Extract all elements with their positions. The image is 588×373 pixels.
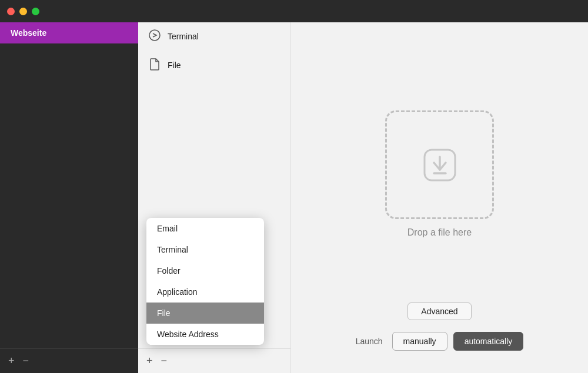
svg-point-0 (149, 30, 160, 41)
launch-manually-button[interactable]: manually (392, 332, 447, 351)
middle-item-terminal[interactable]: Terminal (138, 22, 290, 51)
middle-panel: Terminal File Email Terminal Folder (138, 22, 291, 373)
middle-remove-button[interactable]: − (161, 355, 168, 367)
dropdown-item-email[interactable]: Email (146, 218, 264, 239)
middle-item-terminal-label: Terminal (168, 32, 199, 41)
launch-row: Launch manually automatically (356, 332, 524, 351)
main-layout: Webseite + − Terminal File (0, 22, 588, 373)
sidebar-item-label: Webseite (11, 28, 46, 38)
sidebar-footer: + − (0, 348, 138, 373)
maximize-button[interactable] (32, 8, 39, 15)
dropdown-item-application[interactable]: Application (146, 281, 264, 303)
dropdown-item-file[interactable]: File (146, 303, 264, 324)
launch-automatically-button[interactable]: automatically (453, 332, 524, 351)
middle-item-file[interactable]: File (138, 51, 290, 80)
dropdown-menu: Email Terminal Folder Application File W… (146, 218, 264, 345)
titlebar (0, 0, 588, 22)
terminal-icon (149, 29, 161, 43)
sidebar: Webseite + − (0, 22, 138, 373)
minimize-button[interactable] (19, 8, 27, 15)
content-area: Drop a file here Advanced Launch manuall… (291, 22, 588, 373)
dropdown-item-website-address[interactable]: Website Address (146, 324, 264, 345)
middle-footer: + − (138, 348, 290, 373)
drop-arrow-icon (422, 147, 457, 183)
close-button[interactable] (7, 8, 15, 15)
sidebar-remove-button[interactable]: − (23, 355, 29, 367)
dropdown-item-terminal[interactable]: Terminal (146, 239, 264, 260)
drop-zone[interactable] (385, 110, 494, 219)
sidebar-item-webseite[interactable]: Webseite (0, 22, 138, 43)
middle-add-button[interactable]: + (146, 355, 153, 367)
file-icon (149, 58, 161, 73)
sidebar-add-button[interactable]: + (8, 355, 15, 367)
middle-item-file-label: File (168, 61, 181, 70)
drop-zone-label: Drop a file here (407, 227, 472, 238)
dropdown-item-folder[interactable]: Folder (146, 260, 264, 281)
advanced-button[interactable]: Advanced (407, 303, 471, 320)
launch-label: Launch (356, 337, 383, 346)
drop-zone-container: Drop a file here (385, 46, 494, 303)
